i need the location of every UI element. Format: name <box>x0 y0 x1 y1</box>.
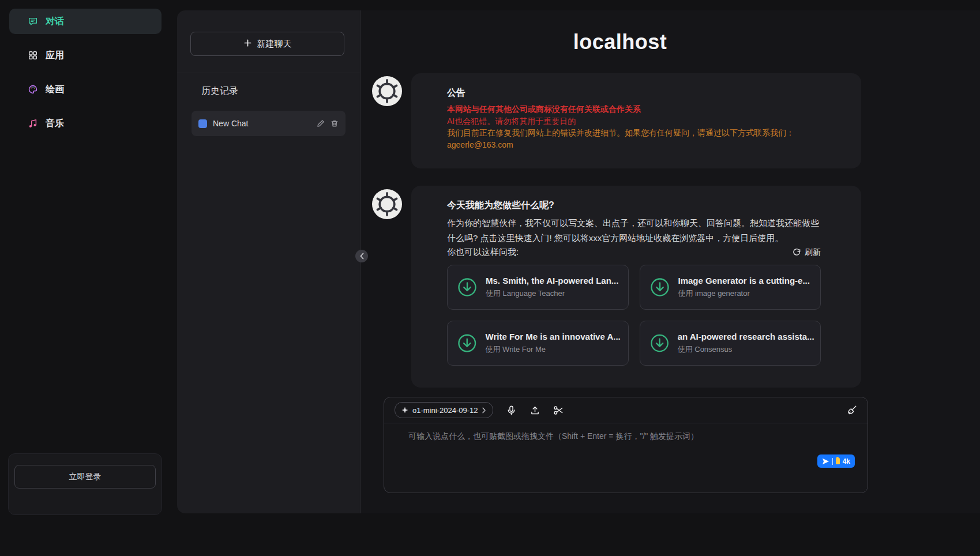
composer: o1-mini-2024-09-12 <box>384 397 868 493</box>
suggestion-title: Write For Me is an innovative A... <box>486 332 619 341</box>
suggestion-text: Ms. Smith, the AI-powered Lan... 使用 Lang… <box>486 276 618 299</box>
download-circle-icon <box>649 277 670 298</box>
suggestion-card[interactable]: an AI-powered research assista... 使用 Con… <box>640 321 821 366</box>
sidebar-item-label: 绘画 <box>46 84 64 96</box>
palette-icon <box>28 84 38 95</box>
app-window: 对话 应用 绘画 <box>0 0 980 556</box>
history-title: 历史记录 <box>201 85 238 97</box>
chat-item-icon <box>198 119 207 128</box>
suggestion-text: Image Generator is a cutting-e... 使用 ima… <box>678 276 810 299</box>
upload-icon[interactable] <box>530 405 540 416</box>
announcement-message: 公告 本网站与任何其他公司或商标没有任何关联或合作关系 AI也会犯错。请勿将其用… <box>411 73 861 168</box>
apps-grid-icon <box>28 50 38 61</box>
chevron-right-icon <box>482 407 486 414</box>
suggestion-card[interactable]: Image Generator is a cutting-e... 使用 ima… <box>640 265 821 310</box>
suggestion-subtitle: 使用 Language Teacher <box>486 288 618 299</box>
send-plane-icon <box>822 458 829 465</box>
sidebar: 对话 应用 绘画 <box>0 0 177 556</box>
sidebar-item-music[interactable]: 音乐 <box>9 111 162 136</box>
token-count: 4k <box>843 457 850 465</box>
openai-logo-icon <box>374 191 400 217</box>
collapse-sidebar-button[interactable] <box>355 250 368 262</box>
music-note-icon <box>28 118 38 129</box>
chevron-left-icon <box>359 253 365 260</box>
assistant-avatar <box>372 189 402 219</box>
announcement-title: 公告 <box>447 87 821 99</box>
divider <box>177 73 360 73</box>
refresh-icon <box>793 248 801 257</box>
download-circle-icon <box>457 277 478 298</box>
download-circle-icon <box>649 333 670 354</box>
sidebar-item-apps[interactable]: 应用 <box>9 43 162 68</box>
download-circle-icon <box>457 333 478 354</box>
suggestion-subtitle: 使用 Write For Me <box>486 344 619 355</box>
suggestion-card[interactable]: Write For Me is an innovative A... 使用 Wr… <box>447 321 629 366</box>
welcome-body: 作为你的智慧伙伴，我不仅可以写文案、出点子，还可以和你聊天、回答问题。想知道我还… <box>447 216 821 246</box>
sidebar-item-label: 对话 <box>46 16 64 28</box>
message-input[interactable] <box>407 430 847 468</box>
login-card: 立即登录 <box>8 453 162 515</box>
contact-email-link[interactable]: ageerle@163.com <box>447 139 821 151</box>
send-token-badge[interactable]: 4k <box>817 454 855 468</box>
sparkle-icon <box>401 407 408 414</box>
sidebar-item-label: 应用 <box>46 50 64 62</box>
composer-toolbar: o1-mini-2024-09-12 <box>384 397 868 423</box>
refresh-suggestions-button[interactable]: 刷新 <box>793 247 821 258</box>
assistant-avatar <box>372 76 402 106</box>
chat-history-item[interactable]: New Chat <box>192 111 346 136</box>
welcome-message: 今天我能为您做些什么呢? 作为你的智慧伙伴，我不仅可以写文案、出点子，还可以和你… <box>411 186 861 388</box>
battery-icon <box>836 458 840 464</box>
sidebar-item-label: 音乐 <box>46 118 64 130</box>
chat-bubble-icon <box>28 16 38 27</box>
suggestion-title: Image Generator is a cutting-e... <box>678 276 810 285</box>
hint-row: 你也可以这样问我: 刷新 <box>447 247 821 258</box>
announcement-line: AI也会犯错。请勿将其用于重要目的 <box>447 115 821 127</box>
new-chat-label: 新建聊天 <box>257 39 292 50</box>
login-button[interactable]: 立即登录 <box>14 465 156 489</box>
main-panel: localhost 公告 本网站与任何其他公司或商标没有任何关联或合作关系 AI… <box>361 10 980 513</box>
plus-icon <box>243 39 252 49</box>
openai-logo-icon <box>374 78 400 104</box>
suggestion-title: an AI-powered research assista... <box>678 332 811 341</box>
sidebar-item-draw[interactable]: 绘画 <box>9 77 162 102</box>
chat-list-panel: 新建聊天 历史记录 New Chat <box>177 10 361 513</box>
chat-item-title: New Chat <box>213 119 311 128</box>
announcement-line: 我们目前正在修复我们网站上的错误并改进细节。如果您有任何疑问，请通过以下方式联系… <box>447 127 821 139</box>
suggestion-subtitle: 使用 Consensus <box>678 344 811 355</box>
scissors-icon[interactable] <box>553 405 564 416</box>
clean-broom-icon[interactable] <box>846 405 857 416</box>
suggestion-text: an AI-powered research assista... 使用 Con… <box>678 332 811 355</box>
page-title: localhost <box>372 30 868 54</box>
suggestion-title: Ms. Smith, the AI-powered Lan... <box>486 276 618 285</box>
ask-hint: 你也可以这样问我: <box>447 247 519 258</box>
model-selector[interactable]: o1-mini-2024-09-12 <box>395 402 493 418</box>
new-chat-button[interactable]: 新建聊天 <box>190 32 344 56</box>
sidebar-item-chat[interactable]: 对话 <box>9 9 162 34</box>
chat-item-actions <box>317 119 339 127</box>
suggestion-text: Write For Me is an innovative A... 使用 Wr… <box>486 332 619 355</box>
announcement-line: 本网站与任何其他公司或商标没有任何关联或合作关系 <box>447 103 821 115</box>
model-label: o1-mini-2024-09-12 <box>412 406 478 415</box>
microphone-icon[interactable] <box>506 405 517 416</box>
suggestion-card[interactable]: Ms. Smith, the AI-powered Lan... 使用 Lang… <box>447 265 629 310</box>
delete-icon[interactable] <box>331 119 339 127</box>
welcome-title: 今天我能为您做些什么呢? <box>447 200 821 212</box>
suggestion-grid: Ms. Smith, the AI-powered Lan... 使用 Lang… <box>447 265 821 366</box>
edit-icon[interactable] <box>317 119 325 127</box>
refresh-label: 刷新 <box>805 247 821 258</box>
badge-divider <box>832 458 833 465</box>
suggestion-subtitle: 使用 image generator <box>678 288 810 299</box>
